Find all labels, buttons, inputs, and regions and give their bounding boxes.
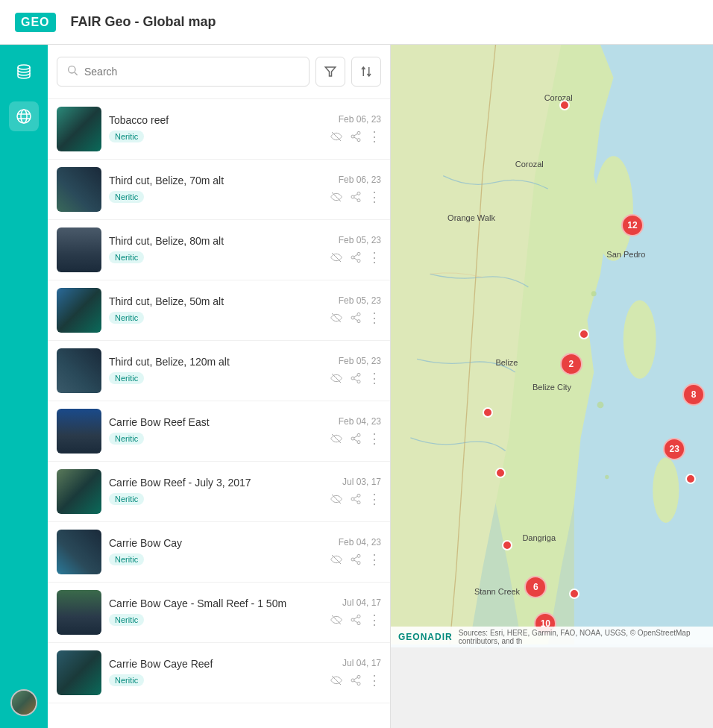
share-icon [350,553,362,565]
visibility-button[interactable] [329,189,344,204]
share-button[interactable] [348,371,363,386]
logo: GEO [15,13,56,32]
map-pin[interactable]: 23 [663,438,685,460]
share-button[interactable] [348,189,363,204]
visibility-button[interactable] [329,129,344,144]
share-button[interactable] [348,310,363,325]
map-pin[interactable] [685,474,696,484]
list-item[interactable]: Carrie Bow Caye Reef Jul 04, 17 Neritic [48,643,390,703]
item-badge: Neritic [109,372,144,384]
svg-line-57 [354,556,358,559]
more-options-button[interactable]: ⋮ [368,553,381,566]
visibility-button[interactable] [329,492,344,506]
item-thumbnail [57,469,101,514]
item-bottom: Neritic ⋮ [109,673,381,688]
search-input-wrap[interactable] [57,57,310,87]
visibility-button[interactable] [329,310,344,325]
map-pin[interactable] [502,540,512,550]
map-pin[interactable]: 8 [682,383,705,406]
visibility-button[interactable] [329,673,344,688]
map-pin[interactable] [483,407,493,418]
pin-cluster: 2 [560,353,582,375]
svg-point-77 [597,402,604,409]
list-item[interactable]: Carrie Bow Reef East Feb 04, 23 Neritic [48,401,390,462]
search-input[interactable] [84,66,300,78]
list-item[interactable]: Third cut, Belize, 120m alt Feb 05, 23 N… [48,341,390,401]
map-pin[interactable] [579,329,589,339]
more-options-button[interactable]: ⋮ [368,371,381,385]
map-section: CorozalCorozalOrange WalkSan PedroBelize… [391,45,713,728]
svg-point-11 [357,131,360,134]
share-button[interactable] [348,492,363,506]
eye-icon [330,251,342,263]
item-top: Third cut, Belize, 120m alt Feb 05, 23 [109,356,381,368]
more-options-button[interactable]: ⋮ [368,311,381,324]
more-options-button[interactable]: ⋮ [368,613,381,627]
share-button[interactable] [348,612,363,627]
item-bottom: Neritic ⋮ [109,371,381,386]
visibility-button[interactable] [329,371,344,386]
more-options-button[interactable]: ⋮ [368,432,381,445]
share-button[interactable] [348,250,363,265]
search-bar [48,45,390,99]
item-thumbnail [57,288,101,333]
svg-point-37 [357,380,360,383]
item-thumbnail [57,530,101,574]
item-actions: ⋮ [329,552,381,567]
eye-icon [330,372,342,384]
svg-point-25 [357,260,360,263]
item-name: Third cut, Belize, 50m alt [109,295,339,307]
map-pin[interactable] [495,468,506,478]
list-item[interactable]: Tobacco reef Feb 06, 23 Neritic [48,99,390,160]
item-top: Third cut, Belize, 70m alt Feb 06, 23 [109,175,381,186]
svg-point-48 [351,498,354,501]
visibility-button[interactable] [329,612,344,627]
more-options-button[interactable]: ⋮ [368,130,381,143]
share-button[interactable] [348,673,363,688]
sidebar-item-database[interactable] [9,57,39,87]
item-date: Jul 04, 17 [342,597,381,608]
list-item[interactable]: Third cut, Belize, 80m alt Feb 05, 23 Ne… [48,220,390,280]
sort-button[interactable] [351,57,381,87]
map-pin[interactable]: 12 [621,214,644,236]
pin-dot [579,329,589,339]
map-pin[interactable]: 6 [524,576,547,598]
page-title: FAIR Geo - Global map [71,14,216,30]
svg-line-32 [354,318,358,321]
item-content: Carrie Bow Cay Feb 04, 23 Neritic [109,537,381,567]
visibility-button[interactable] [329,431,344,446]
item-thumbnail [57,107,101,151]
svg-point-60 [351,618,354,621]
filter-button[interactable] [315,57,345,87]
list-item[interactable]: Third cut, Belize, 70m alt Feb 06, 23 Ne… [48,160,390,220]
list-item[interactable]: Carrie Bow Reef - July 3, 2017 Jul 03, 1… [48,462,390,522]
more-options-button[interactable]: ⋮ [368,251,381,264]
map-area[interactable]: CorozalCorozalOrange WalkSan PedroBelize… [391,45,713,647]
more-options-button[interactable]: ⋮ [368,492,381,506]
list-item[interactable]: Carrie Bow Caye - Small Reef - 1 50m Jul… [48,583,390,643]
map-pin[interactable] [559,100,570,110]
share-button[interactable] [348,552,363,567]
map-pin[interactable] [569,589,579,599]
share-button[interactable] [348,431,363,446]
visibility-button[interactable] [329,250,344,265]
eye-icon [330,312,342,324]
svg-point-49 [357,501,360,504]
svg-point-29 [357,313,360,316]
pin-cluster: 23 [663,438,685,460]
share-icon [350,493,362,505]
list-item[interactable]: Third cut, Belize, 50m alt Feb 05, 23 Ne… [48,280,390,341]
share-icon [350,433,362,445]
more-options-button[interactable]: ⋮ [368,190,381,204]
visibility-button[interactable] [329,552,344,567]
list-item[interactable]: Carrie Bow Cay Feb 04, 23 Neritic [48,522,390,583]
more-options-button[interactable]: ⋮ [368,674,381,687]
sidebar-item-globe[interactable] [9,101,39,131]
item-name: Third cut, Belize, 120m alt [109,356,339,368]
eye-icon [330,191,342,203]
user-avatar[interactable] [10,689,37,716]
svg-line-45 [354,436,358,438]
map-pin[interactable]: 2 [560,353,582,375]
share-button[interactable] [348,129,363,144]
main-layout: Tobacco reef Feb 06, 23 Neritic [0,45,713,728]
